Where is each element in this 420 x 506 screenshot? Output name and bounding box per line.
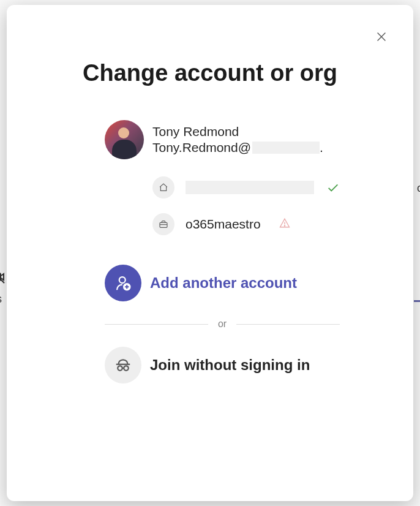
backdrop-text-right: o: [417, 182, 420, 195]
briefcase-icon: [152, 213, 174, 235]
svg-point-14: [124, 366, 129, 371]
add-account-button[interactable]: Add another account: [105, 265, 340, 301]
checkmark-icon: [326, 181, 340, 194]
join-anonymous-label: Join without signing in: [150, 357, 310, 374]
svg-point-8: [119, 277, 126, 283]
avatar: [105, 120, 144, 159]
org-name-redacted: [186, 181, 314, 194]
camera-off-icon: [0, 270, 6, 287]
close-button[interactable]: [374, 29, 389, 44]
account-info: Tony Redmond Tony.Redmond@ .: [152, 124, 323, 155]
join-anonymous-button[interactable]: Join without signing in: [105, 347, 340, 383]
divider-label: or: [218, 319, 227, 330]
divider-line-right: [236, 324, 340, 325]
warning-icon: [279, 217, 290, 231]
incognito-icon: [105, 347, 141, 383]
account-row[interactable]: Tony Redmond Tony.Redmond@ .: [105, 120, 340, 159]
org-list: o365maestro: [152, 176, 340, 235]
add-person-icon: [105, 265, 141, 301]
home-icon: [152, 176, 174, 198]
email-prefix: Tony.Redmond@: [152, 140, 251, 155]
account-email: Tony.Redmond@ .: [152, 140, 323, 155]
email-redacted: [252, 142, 320, 154]
org-item-work[interactable]: o365maestro: [152, 213, 340, 235]
modal-content: Tony Redmond Tony.Redmond@ .: [31, 120, 389, 383]
divider: or: [105, 319, 340, 330]
backdrop-text-left: is: [0, 293, 2, 306]
email-suffix: .: [320, 140, 323, 155]
account-name: Tony Redmond: [152, 124, 323, 139]
backdrop-accent: [414, 300, 420, 302]
modal-title: Change account or org: [31, 60, 389, 86]
svg-point-7: [284, 225, 285, 226]
divider-line-left: [105, 324, 208, 325]
svg-rect-4: [160, 222, 167, 227]
org-name: o365maestro: [186, 217, 261, 232]
org-item-home[interactable]: [152, 176, 340, 198]
change-account-modal: Change account or org Tony Redmond Tony.…: [7, 5, 413, 501]
svg-point-13: [118, 366, 122, 371]
add-account-label: Add another account: [150, 274, 297, 292]
close-icon: [375, 30, 388, 43]
